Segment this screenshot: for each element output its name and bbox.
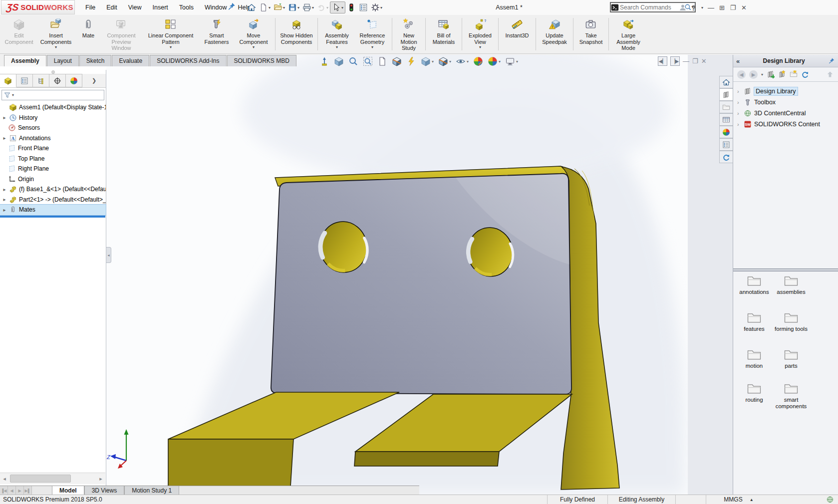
design-library-tab[interactable] bbox=[719, 88, 733, 101]
linear-component-pattern-button[interactable]: Linear Component Pattern ▾ bbox=[142, 15, 200, 53]
assembly-features-button[interactable]: Assembly Features ▾ bbox=[319, 15, 354, 53]
menu-tools[interactable]: Tools bbox=[174, 4, 199, 11]
custom-properties-tab[interactable] bbox=[719, 138, 733, 151]
tab-evaluate[interactable]: Evaluate bbox=[112, 55, 149, 66]
tree-item-mates[interactable]: ▸ Mates bbox=[0, 205, 106, 215]
tab-assembly[interactable]: Assembly bbox=[4, 55, 46, 66]
library-item-toolbox[interactable]: › Toolbox bbox=[733, 97, 838, 108]
propertymanager-tab[interactable] bbox=[16, 74, 33, 87]
featuremanager-tab[interactable] bbox=[0, 74, 16, 87]
doc-minimize-button[interactable]: — bbox=[683, 57, 689, 65]
panel-grip[interactable] bbox=[0, 70, 106, 74]
first-tab-button[interactable]: ▐◀ bbox=[0, 486, 8, 495]
library-item-design-library[interactable]: › Design Library bbox=[733, 86, 838, 97]
create-new-folder-icon[interactable] bbox=[790, 70, 798, 78]
folder-smart-components[interactable]: smart components bbox=[773, 382, 809, 410]
tab-sketch[interactable]: Sketch bbox=[79, 55, 112, 66]
tree-item-part2[interactable]: ▸ Part2<1> -> (Default<<Default>_ bbox=[0, 195, 106, 205]
tree-item-top-plane[interactable]: Top Plane bbox=[0, 154, 106, 164]
take-snapshot-button[interactable]: Take Snapshot bbox=[575, 15, 607, 53]
pin-menu-button[interactable] bbox=[227, 2, 236, 11]
close-button[interactable]: ✕ bbox=[739, 2, 749, 13]
tree-horizontal-scrollbar[interactable]: ◂ ▸ bbox=[0, 473, 105, 484]
show-hidden-components-button[interactable]: Show Hidden Components bbox=[277, 15, 316, 53]
menu-edit[interactable]: Edit bbox=[101, 4, 123, 11]
edit-appearance-button[interactable] bbox=[473, 56, 483, 66]
view-triad-button[interactable] bbox=[319, 56, 329, 66]
forward-button[interactable]: ▶ bbox=[749, 70, 758, 79]
folder-assemblies[interactable]: assemblies bbox=[773, 274, 809, 295]
folder-parts[interactable]: parts bbox=[773, 348, 809, 369]
dynamic-annotation-button[interactable] bbox=[406, 56, 416, 66]
help-button[interactable]: ? bbox=[689, 2, 698, 13]
bill-of-materials-button[interactable]: Bill of Materials bbox=[427, 15, 460, 53]
apply-scene-button[interactable]: ▾ bbox=[488, 56, 501, 66]
solidworks-resources-tab[interactable] bbox=[719, 76, 733, 88]
folder-forming-tools[interactable]: forming tools bbox=[773, 311, 809, 332]
previous-view-button[interactable] bbox=[377, 56, 387, 66]
menu-view[interactable]: View bbox=[123, 4, 147, 11]
new-motion-study-button[interactable]: New Motion Study bbox=[394, 15, 424, 53]
folder-motion[interactable]: motion bbox=[736, 348, 772, 369]
expand-panes-button[interactable]: ⊞ bbox=[717, 2, 727, 13]
options-button[interactable]: ▾ bbox=[369, 2, 384, 13]
view-orientation-button[interactable]: ▾ bbox=[421, 56, 434, 66]
tree-item-origin[interactable]: Origin bbox=[0, 174, 106, 185]
history-dropdown-arrow[interactable]: ▾ bbox=[761, 72, 763, 77]
panel-splitter-handle[interactable]: ◂ bbox=[106, 247, 111, 263]
add-file-location-icon[interactable] bbox=[778, 70, 786, 78]
graphics-viewport[interactable]: Z bbox=[106, 55, 688, 495]
folder-routing[interactable]: routing bbox=[736, 382, 772, 403]
next-tab-button[interactable]: ▶ bbox=[16, 486, 24, 495]
open-button[interactable]: ▾ bbox=[272, 2, 286, 13]
tab-solidworks-mbd[interactable]: SOLIDWORKS MBD bbox=[227, 55, 296, 66]
tree-item-front-plane[interactable]: Front Plane bbox=[0, 143, 106, 154]
reference-geometry-button[interactable]: Reference Geometry ▾ bbox=[354, 15, 390, 53]
displaymanager-tab[interactable] bbox=[66, 74, 82, 87]
section-view-button[interactable] bbox=[392, 56, 402, 66]
help-dropdown-arrow[interactable]: ▾ bbox=[700, 2, 705, 13]
back-button[interactable]: ◀ bbox=[737, 70, 746, 79]
doc-restore-button[interactable]: ❐ bbox=[692, 57, 698, 65]
library-item-3d-contentcentral[interactable]: › 3D ContentCentral bbox=[733, 108, 838, 119]
menu-insert[interactable]: Insert bbox=[147, 4, 174, 11]
tree-item-annotations[interactable]: ▸ Annotations bbox=[0, 133, 106, 144]
scrollbar-thumb[interactable] bbox=[10, 475, 71, 483]
tree-item-sensors[interactable]: Sensors bbox=[0, 123, 106, 133]
move-component-button[interactable]: Move Component ▾ bbox=[234, 15, 274, 53]
tree-root-assembly[interactable]: Assem1 (Default<Display State-1>) bbox=[0, 102, 106, 113]
menu-file[interactable]: File bbox=[80, 4, 101, 11]
tree-item-history[interactable]: ▸ History bbox=[0, 113, 106, 123]
zoom-previous-button[interactable] bbox=[348, 56, 358, 66]
rollback-bar[interactable] bbox=[0, 216, 105, 218]
tree-item-right-plane[interactable]: Right Plane bbox=[0, 164, 106, 174]
undo-button[interactable]: ▾ bbox=[315, 2, 330, 13]
folder-annotations[interactable]: annotations bbox=[736, 274, 772, 295]
move-up-icon[interactable] bbox=[826, 70, 834, 78]
scroll-left-arrow[interactable]: ◂ bbox=[0, 476, 9, 482]
save-button[interactable]: ▾ bbox=[286, 2, 301, 13]
dimxpertmanager-tab[interactable] bbox=[49, 74, 66, 87]
library-splitter[interactable] bbox=[733, 268, 838, 271]
tab-solidworks-add-ins[interactable]: SOLIDWORKS Add-Ins bbox=[150, 55, 226, 66]
configurationmanager-tab[interactable] bbox=[33, 74, 49, 87]
tree-filter-box[interactable]: ▾ bbox=[1, 90, 104, 100]
status-globe-icon[interactable] bbox=[826, 496, 834, 504]
forum-tab[interactable] bbox=[719, 151, 733, 163]
instant3d-button[interactable]: Instant3D bbox=[500, 15, 534, 53]
select-tool-button[interactable]: ▾ bbox=[330, 1, 345, 13]
appearances-tab[interactable] bbox=[719, 126, 733, 138]
exploded-view-button[interactable]: ? Exploded View ▾ bbox=[464, 15, 497, 53]
user-account-button[interactable] bbox=[678, 2, 687, 13]
part-part2-gray-plate[interactable] bbox=[271, 174, 571, 394]
more-tabs-chevron[interactable]: ❯ bbox=[82, 74, 106, 87]
mate-button[interactable]: Mate bbox=[76, 15, 101, 53]
zoom-to-fit-button[interactable] bbox=[334, 56, 344, 66]
display-style-button[interactable]: ▾ bbox=[438, 56, 451, 66]
file-explorer-tab[interactable] bbox=[719, 101, 733, 113]
hide-show-items-button[interactable]: ▾ bbox=[456, 56, 469, 66]
update-speedpak-button[interactable]: Update Speedpak bbox=[538, 15, 571, 53]
view-settings-button[interactable]: ▾ bbox=[505, 56, 518, 66]
new-document-button[interactable]: ▾ bbox=[258, 2, 272, 13]
refresh-icon[interactable] bbox=[801, 70, 809, 78]
